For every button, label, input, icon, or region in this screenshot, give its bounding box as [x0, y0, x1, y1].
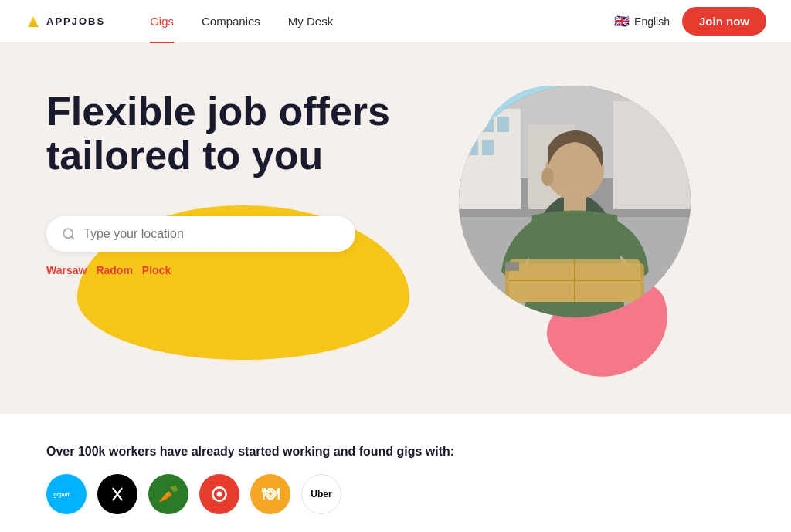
company-logo-homejoy: 🍽 [250, 474, 290, 514]
location-warsaw[interactable]: Warsaw [46, 264, 87, 276]
company-logo-gopuff: gopuff [46, 474, 87, 514]
svg-point-22 [63, 229, 73, 239]
search-container [46, 216, 355, 252]
language-selector[interactable]: 🇬🇧 English [614, 14, 670, 29]
partners-description: Over 100k workers have already started w… [46, 445, 745, 459]
hero-content: Flexible job offers tailored to you Wars… [46, 90, 791, 276]
header-right: 🇬🇧 English Join now [614, 7, 766, 36]
main-nav: Gigs Companies My Desk [136, 0, 614, 43]
nav-companies[interactable]: Companies [188, 0, 274, 43]
join-now-button[interactable]: Join now [682, 7, 766, 36]
appjobs-logo-icon [25, 13, 42, 30]
hero-title: Flexible job offers tailored to you [46, 90, 463, 178]
language-label: English [634, 15, 670, 28]
quick-location-links: Warsaw Radom Plock [46, 264, 791, 276]
flag-icon: 🇬🇧 [614, 14, 630, 29]
nav-gigs[interactable]: Gigs [136, 0, 188, 43]
location-search-input[interactable] [83, 227, 340, 241]
company-logo-x [97, 474, 137, 514]
company-logo-instacart: 🥕 [148, 474, 188, 514]
nav-mydesk[interactable]: My Desk [274, 0, 347, 43]
logo-text: APPJOBS [46, 15, 105, 27]
header: APPJOBS Gigs Companies My Desk 🇬🇧 Englis… [0, 0, 791, 43]
doordash-logo-svg [209, 484, 229, 504]
company-logo-uber: Uber [301, 474, 341, 514]
svg-point-26 [217, 492, 222, 497]
company-logo-doordash [199, 474, 239, 514]
search-bar [46, 216, 355, 252]
svg-line-23 [71, 237, 73, 239]
gopuff-logo-svg: gopuff [53, 489, 80, 500]
partners-section: Over 100k workers have already started w… [0, 414, 791, 532]
search-icon [62, 227, 76, 241]
logo[interactable]: APPJOBS [25, 13, 105, 30]
location-radom[interactable]: Radom [96, 264, 132, 276]
location-plock[interactable]: Plock [142, 264, 171, 276]
svg-text:gopuff: gopuff [53, 492, 70, 498]
hero-section: Flexible job offers tailored to you Wars… [0, 43, 791, 414]
company-logos-row: gopuff 🥕 🍽 Uber [46, 474, 745, 514]
x-logo-svg [109, 486, 126, 503]
